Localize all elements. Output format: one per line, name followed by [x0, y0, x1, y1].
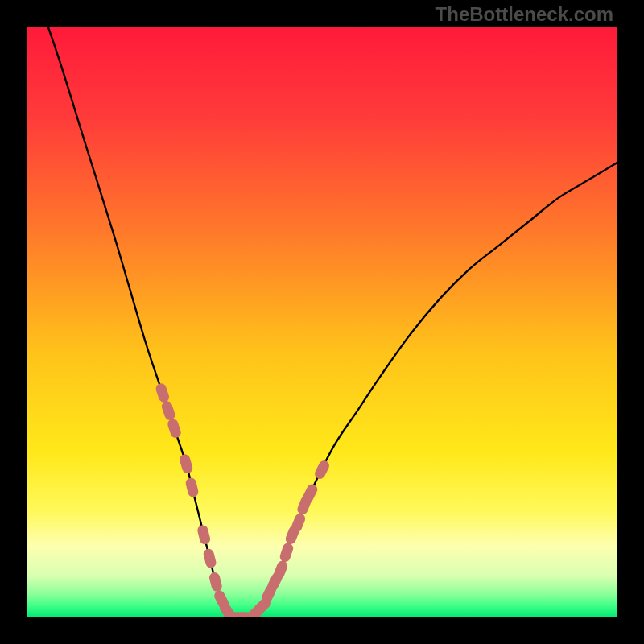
curve-marker	[160, 400, 176, 422]
curve-marker	[313, 459, 331, 481]
curve-marker	[208, 572, 223, 592]
watermark-text: TheBottleneck.com	[436, 3, 613, 26]
curve-layer	[27, 27, 617, 617]
curve-marker	[184, 477, 199, 497]
curve-marker	[155, 382, 171, 404]
curve-marker	[279, 542, 295, 564]
curve-marker	[167, 418, 183, 440]
plot-area	[27, 27, 617, 617]
curve-marker	[196, 524, 211, 545]
marker-band-right	[260, 459, 331, 605]
curve-marker	[202, 547, 217, 568]
curve-marker	[179, 453, 194, 475]
bottleneck-curve	[27, 27, 617, 617]
chart-frame: TheBottleneck.com	[0, 0, 644, 644]
marker-band-left	[155, 382, 223, 593]
